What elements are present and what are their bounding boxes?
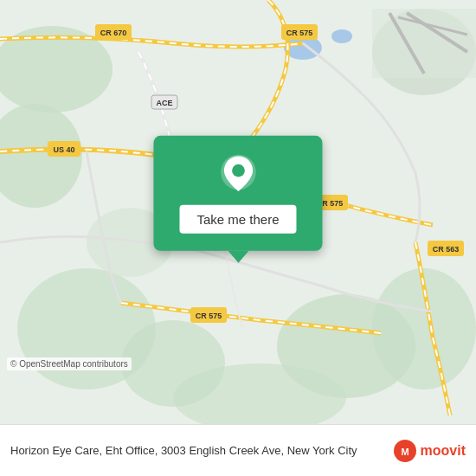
svg-point-25 bbox=[232, 164, 245, 177]
footer-address: Horizon Eye Care, Eht Office, 3003 Engli… bbox=[10, 444, 386, 457]
ace-label: ACE bbox=[156, 99, 172, 107]
location-pin-icon bbox=[217, 153, 259, 195]
map-container: CR 670 CR 575 US 40 ACE CR 575 CR 575 CR… bbox=[0, 0, 476, 424]
footer: Horizon Eye Care, Eht Office, 3003 Engli… bbox=[0, 424, 476, 476]
popup-tail bbox=[228, 251, 248, 263]
popup-overlay: Take me there bbox=[153, 136, 322, 263]
address-text: Horizon Eye Care, Eht Office, 3003 Engli… bbox=[10, 444, 357, 457]
moovit-text: moovit bbox=[421, 443, 466, 459]
svg-rect-13 bbox=[372, 9, 476, 78]
popup-card: Take me there bbox=[153, 136, 322, 251]
us40-label: US 40 bbox=[53, 145, 74, 154]
svg-text:M: M bbox=[401, 447, 408, 457]
moovit-logo: M moovit bbox=[393, 439, 466, 463]
svg-point-11 bbox=[331, 29, 352, 43]
osm-credit: © OpenStreetMap contributors bbox=[7, 357, 132, 370]
cr575-bot-label: CR 575 bbox=[196, 312, 222, 320]
cr670-label: CR 670 bbox=[100, 29, 127, 37]
moovit-icon: M bbox=[393, 439, 417, 463]
cr563-label: CR 563 bbox=[433, 245, 460, 254]
cr575-top-label: CR 575 bbox=[286, 29, 313, 37]
take-me-there-button[interactable]: Take me there bbox=[179, 205, 296, 234]
